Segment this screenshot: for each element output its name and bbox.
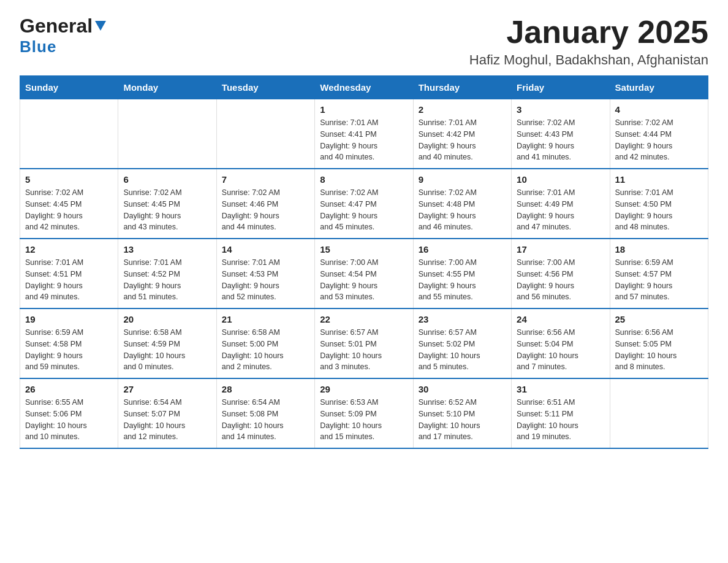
day-info: Sunrise: 6:57 AMSunset: 5:02 PMDaylight:… xyxy=(419,327,506,373)
day-info: Sunrise: 6:54 AMSunset: 5:07 PMDaylight:… xyxy=(123,397,211,443)
calendar-week-row: 19Sunrise: 6:59 AMSunset: 4:58 PMDayligh… xyxy=(20,308,708,378)
day-info: Sunrise: 7:01 AMSunset: 4:52 PMDaylight:… xyxy=(123,257,211,303)
day-number: 3 xyxy=(517,104,604,115)
day-info: Sunrise: 6:52 AMSunset: 5:10 PMDaylight:… xyxy=(419,397,506,443)
table-row: 28Sunrise: 6:54 AMSunset: 5:08 PMDayligh… xyxy=(216,378,314,448)
day-number: 14 xyxy=(222,244,309,255)
table-row: 2Sunrise: 7:01 AMSunset: 4:42 PMDaylight… xyxy=(413,99,511,169)
table-row: 27Sunrise: 6:54 AMSunset: 5:07 PMDayligh… xyxy=(118,378,216,448)
page-header: General Blue January 2025 Hafiz Moghul, … xyxy=(20,15,708,68)
table-row: 30Sunrise: 6:52 AMSunset: 5:10 PMDayligh… xyxy=(413,378,511,448)
page-title: January 2025 xyxy=(469,15,708,50)
table-row: 14Sunrise: 7:01 AMSunset: 4:53 PMDayligh… xyxy=(216,239,314,308)
day-info: Sunrise: 6:53 AMSunset: 5:09 PMDaylight:… xyxy=(320,397,408,443)
table-row xyxy=(610,378,708,448)
table-row: 18Sunrise: 6:59 AMSunset: 4:57 PMDayligh… xyxy=(610,239,708,308)
day-number: 11 xyxy=(615,174,703,185)
svg-marker-0 xyxy=(95,21,106,31)
day-number: 22 xyxy=(320,314,408,324)
col-tuesday: Tuesday xyxy=(216,76,314,99)
table-row: 21Sunrise: 6:58 AMSunset: 5:00 PMDayligh… xyxy=(216,308,314,378)
col-sunday: Sunday xyxy=(20,76,118,99)
day-number: 27 xyxy=(123,384,211,394)
day-info: Sunrise: 6:51 AMSunset: 5:11 PMDaylight:… xyxy=(517,397,604,443)
col-thursday: Thursday xyxy=(413,76,511,99)
day-number: 24 xyxy=(517,314,604,324)
logo-general: General xyxy=(20,15,93,37)
day-number: 13 xyxy=(123,244,211,255)
day-number: 9 xyxy=(419,174,506,185)
page-subtitle: Hafiz Moghul, Badakhshan, Afghanistan xyxy=(469,52,708,68)
table-row xyxy=(216,99,314,169)
day-info: Sunrise: 6:59 AMSunset: 4:57 PMDaylight:… xyxy=(615,257,703,303)
table-row: 12Sunrise: 7:01 AMSunset: 4:51 PMDayligh… xyxy=(20,239,118,308)
calendar-table: Sunday Monday Tuesday Wednesday Thursday… xyxy=(20,75,708,449)
day-number: 5 xyxy=(25,174,113,185)
table-row: 19Sunrise: 6:59 AMSunset: 4:58 PMDayligh… xyxy=(20,308,118,378)
day-number: 19 xyxy=(25,314,113,324)
day-info: Sunrise: 7:02 AMSunset: 4:44 PMDaylight:… xyxy=(615,117,703,163)
day-number: 16 xyxy=(419,244,506,255)
day-number: 10 xyxy=(517,174,604,185)
table-row: 9Sunrise: 7:02 AMSunset: 4:48 PMDaylight… xyxy=(413,169,511,239)
day-info: Sunrise: 6:59 AMSunset: 4:58 PMDaylight:… xyxy=(25,327,113,373)
day-info: Sunrise: 6:56 AMSunset: 5:04 PMDaylight:… xyxy=(517,327,604,373)
table-row xyxy=(20,99,118,169)
table-row: 4Sunrise: 7:02 AMSunset: 4:44 PMDaylight… xyxy=(610,99,708,169)
day-number: 31 xyxy=(517,384,604,394)
calendar-week-row: 1Sunrise: 7:01 AMSunset: 4:41 PMDaylight… xyxy=(20,99,708,169)
table-row: 7Sunrise: 7:02 AMSunset: 4:46 PMDaylight… xyxy=(216,169,314,239)
day-info: Sunrise: 7:01 AMSunset: 4:50 PMDaylight:… xyxy=(615,187,703,233)
table-row: 6Sunrise: 7:02 AMSunset: 4:45 PMDaylight… xyxy=(118,169,216,239)
table-row: 15Sunrise: 7:00 AMSunset: 4:54 PMDayligh… xyxy=(315,239,413,308)
day-number: 29 xyxy=(320,384,408,394)
day-info: Sunrise: 7:00 AMSunset: 4:55 PMDaylight:… xyxy=(419,257,506,303)
table-row: 25Sunrise: 6:56 AMSunset: 5:05 PMDayligh… xyxy=(610,308,708,378)
day-number: 30 xyxy=(419,384,506,394)
day-number: 12 xyxy=(25,244,113,255)
day-info: Sunrise: 6:55 AMSunset: 5:06 PMDaylight:… xyxy=(25,397,113,443)
day-number: 2 xyxy=(419,104,506,115)
day-info: Sunrise: 7:02 AMSunset: 4:47 PMDaylight:… xyxy=(320,187,408,233)
logo-blue: Blue xyxy=(20,37,56,56)
table-row: 1Sunrise: 7:01 AMSunset: 4:41 PMDaylight… xyxy=(315,99,413,169)
day-info: Sunrise: 6:58 AMSunset: 4:59 PMDaylight:… xyxy=(123,327,211,373)
table-row: 10Sunrise: 7:01 AMSunset: 4:49 PMDayligh… xyxy=(512,169,610,239)
day-info: Sunrise: 7:01 AMSunset: 4:41 PMDaylight:… xyxy=(320,117,408,163)
logo-triangle-icon xyxy=(94,18,107,32)
day-info: Sunrise: 7:02 AMSunset: 4:48 PMDaylight:… xyxy=(419,187,506,233)
day-info: Sunrise: 7:02 AMSunset: 4:45 PMDaylight:… xyxy=(25,187,113,233)
day-info: Sunrise: 7:01 AMSunset: 4:49 PMDaylight:… xyxy=(517,187,604,233)
day-number: 26 xyxy=(25,384,113,394)
col-friday: Friday xyxy=(512,76,610,99)
day-number: 18 xyxy=(615,244,703,255)
calendar-week-row: 26Sunrise: 6:55 AMSunset: 5:06 PMDayligh… xyxy=(20,378,708,448)
day-number: 8 xyxy=(320,174,408,185)
day-info: Sunrise: 7:00 AMSunset: 4:54 PMDaylight:… xyxy=(320,257,408,303)
calendar-header-row: Sunday Monday Tuesday Wednesday Thursday… xyxy=(20,76,708,99)
table-row: 22Sunrise: 6:57 AMSunset: 5:01 PMDayligh… xyxy=(315,308,413,378)
day-info: Sunrise: 7:02 AMSunset: 4:43 PMDaylight:… xyxy=(517,117,604,163)
logo: General Blue xyxy=(20,15,107,56)
calendar-week-row: 5Sunrise: 7:02 AMSunset: 4:45 PMDaylight… xyxy=(20,169,708,239)
table-row: 17Sunrise: 7:00 AMSunset: 4:56 PMDayligh… xyxy=(512,239,610,308)
table-row: 31Sunrise: 6:51 AMSunset: 5:11 PMDayligh… xyxy=(512,378,610,448)
day-info: Sunrise: 7:01 AMSunset: 4:51 PMDaylight:… xyxy=(25,257,113,303)
table-row: 11Sunrise: 7:01 AMSunset: 4:50 PMDayligh… xyxy=(610,169,708,239)
table-row: 3Sunrise: 7:02 AMSunset: 4:43 PMDaylight… xyxy=(512,99,610,169)
day-info: Sunrise: 7:01 AMSunset: 4:53 PMDaylight:… xyxy=(222,257,309,303)
day-info: Sunrise: 7:02 AMSunset: 4:45 PMDaylight:… xyxy=(123,187,211,233)
col-wednesday: Wednesday xyxy=(315,76,413,99)
day-number: 7 xyxy=(222,174,309,185)
day-number: 15 xyxy=(320,244,408,255)
calendar-week-row: 12Sunrise: 7:01 AMSunset: 4:51 PMDayligh… xyxy=(20,239,708,308)
col-saturday: Saturday xyxy=(610,76,708,99)
table-row: 16Sunrise: 7:00 AMSunset: 4:55 PMDayligh… xyxy=(413,239,511,308)
day-number: 23 xyxy=(419,314,506,324)
day-number: 21 xyxy=(222,314,309,324)
table-row: 13Sunrise: 7:01 AMSunset: 4:52 PMDayligh… xyxy=(118,239,216,308)
day-info: Sunrise: 6:57 AMSunset: 5:01 PMDaylight:… xyxy=(320,327,408,373)
day-number: 1 xyxy=(320,104,408,115)
table-row xyxy=(118,99,216,169)
col-monday: Monday xyxy=(118,76,216,99)
